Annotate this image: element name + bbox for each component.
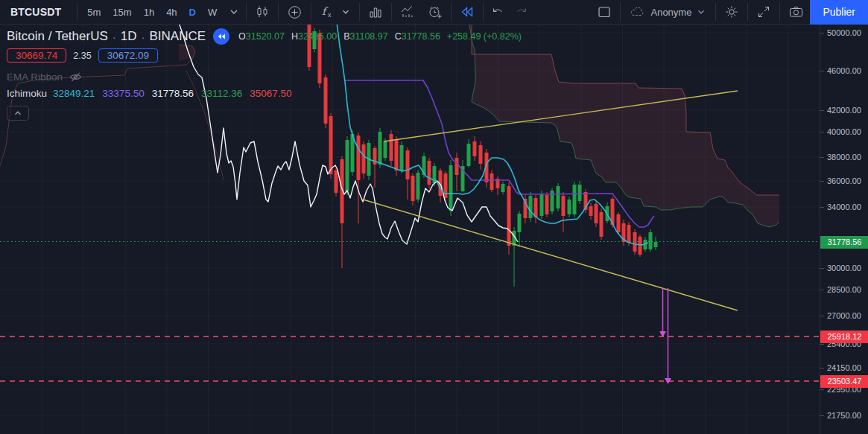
alert-level-lines — [0, 336, 820, 381]
quote-row: 30669.74 2.35 30672.09 — [7, 48, 522, 63]
indicator-name: EMA Ribbon — [7, 71, 63, 83]
ichimoku-values: 32849.2133375.5031778.5633112.3635067.50 — [53, 88, 292, 99]
ask-price-button[interactable]: 30672.09 — [98, 48, 158, 63]
axis-label: 36000.00 — [827, 175, 861, 188]
toolbar-separator — [311, 3, 311, 21]
top-toolbar: BTCUSDT 5m15m1h4hDW f x — [0, 0, 868, 25]
ohlc-pair: O31520.07 — [238, 31, 285, 42]
chart-style-button[interactable] — [249, 0, 276, 25]
axis-label: 28500.00 — [827, 284, 861, 296]
timeframe-5m[interactable]: 5m — [81, 0, 107, 25]
axis-label: 46000.00 — [827, 65, 861, 77]
indicator-templates-button[interactable] — [362, 0, 389, 25]
rewind-icon — [216, 31, 226, 42]
symbol-description[interactable]: Bitcoin / TetherUS — [7, 29, 108, 44]
redo-icon — [514, 4, 529, 19]
axis-label: 42000.00 — [827, 104, 861, 117]
forecast-button[interactable] — [394, 0, 421, 25]
settings-button[interactable] — [718, 0, 745, 25]
indicator-row-ichimoku[interactable]: Ichimoku 32849.2133375.5031778.5633112.3… — [7, 88, 522, 99]
redo-button[interactable] — [510, 0, 533, 25]
alarm-add-icon — [427, 4, 443, 20]
timeframe-4h[interactable]: 4h — [160, 0, 183, 25]
price-axis[interactable]: 50000.0046000.0042000.0040000.0038000.00… — [820, 25, 868, 434]
ichimoku-value: 31778.56 — [152, 88, 194, 99]
axis-label: 34000.00 — [827, 201, 861, 214]
cloud-account-menu[interactable]: Anonyme — [623, 0, 713, 25]
axis-label: 50000.00 — [827, 27, 861, 39]
ohlc-pair: C31778.56 — [395, 31, 440, 42]
fullscreen-icon — [756, 4, 771, 19]
toolbar-separator — [278, 3, 279, 21]
eye-off-icon[interactable] — [69, 71, 83, 83]
chevron-down-icon — [696, 7, 706, 17]
plus-circle-icon — [287, 4, 302, 20]
svg-text:x: x — [328, 11, 332, 19]
rewind-icon — [460, 4, 475, 19]
indicator-name: Ichimoku — [7, 88, 47, 99]
username-label: Anonyme — [650, 7, 691, 18]
timeframe-group: 5m15m1h4hDW — [80, 0, 224, 25]
last-price-badge: 31778.56 — [820, 236, 868, 249]
toolbar-separator — [391, 3, 392, 21]
undo-button[interactable] — [486, 0, 510, 25]
ichimoku-value: 35067.50 — [250, 88, 291, 99]
axis-label: 38000.00 — [827, 151, 861, 164]
chart-legend: Bitcoin / TetherUS · 1D · BINANCE O31520… — [7, 28, 522, 121]
indicators-button[interactable]: f x — [314, 0, 357, 25]
layout-button[interactable] — [591, 0, 618, 25]
axis-label: 24150.00 — [827, 362, 861, 374]
timeframe-1h[interactable]: 1h — [138, 0, 160, 25]
ohlc-pair: H32435.00 — [291, 31, 337, 42]
legend-separator: · — [113, 31, 116, 43]
indicator-row-ema-ribbon[interactable]: EMA Ribbon — [7, 71, 522, 83]
toolbar-separator — [715, 3, 716, 21]
change-value: +258.49 (+0.82%) — [447, 31, 522, 42]
axis-label: 27000.00 — [827, 310, 861, 322]
toolbar-right-group: Anonyme Publier — [591, 0, 868, 25]
toolbar-separator — [483, 3, 484, 21]
layout-square-icon — [597, 4, 612, 19]
toolbar-separator — [747, 3, 748, 21]
candlestick-style-icon — [255, 4, 270, 19]
fullscreen-button[interactable] — [750, 0, 777, 25]
chevron-up-icon — [13, 108, 23, 118]
timeframe-more-button[interactable] — [224, 0, 244, 25]
axis-label: 30000.00 — [827, 262, 861, 275]
axis-label: 40000.00 — [827, 126, 861, 138]
legend-interval[interactable]: 1D — [121, 29, 137, 44]
gear-icon — [724, 4, 739, 19]
timeframe-D[interactable]: D — [183, 0, 202, 25]
create-alert-button[interactable] — [421, 0, 449, 25]
ohlc-values: O31520.07H32435.00B31108.97C31778.56+258… — [238, 31, 522, 42]
toolbar-separator — [620, 3, 621, 21]
ichimoku-value: 32849.21 — [53, 88, 95, 99]
spread-value: 2.35 — [73, 51, 91, 61]
legend-collapse-button[interactable] — [7, 106, 29, 121]
symbol-legend-row: Bitcoin / TetherUS · 1D · BINANCE O31520… — [7, 28, 522, 45]
publish-button[interactable]: Publier — [810, 0, 868, 25]
alert-price-badge: 23503.47 — [820, 375, 868, 388]
chevron-down-icon — [340, 7, 351, 17]
alert-price-badge: 25918.12 — [820, 331, 868, 343]
axis-label: 21750.00 — [827, 409, 861, 422]
symbol-button[interactable]: BTCUSDT — [0, 6, 75, 18]
legend-exchange[interactable]: BINANCE — [150, 29, 206, 44]
timeframe-W[interactable]: W — [202, 0, 223, 25]
forecast-zigzag-icon — [400, 4, 415, 19]
toolbar-separator — [359, 3, 360, 21]
ichimoku-value: 33375.50 — [102, 88, 144, 99]
ichimoku-value: 33112.36 — [201, 88, 242, 99]
bar-replay-button[interactable] — [454, 0, 481, 25]
toolbar-separator — [451, 3, 452, 21]
camera-icon — [788, 4, 804, 19]
compare-add-button[interactable] — [281, 0, 308, 25]
screenshot-button[interactable] — [782, 0, 810, 25]
bid-price-button[interactable]: 30669.74 — [7, 48, 66, 63]
legend-separator: · — [142, 31, 145, 43]
replay-mode-badge[interactable] — [213, 28, 229, 45]
chevron-down-icon — [228, 6, 240, 18]
toolbar-separator — [77, 3, 77, 21]
cloud-icon — [630, 4, 646, 19]
timeframe-15m[interactable]: 15m — [107, 0, 137, 25]
